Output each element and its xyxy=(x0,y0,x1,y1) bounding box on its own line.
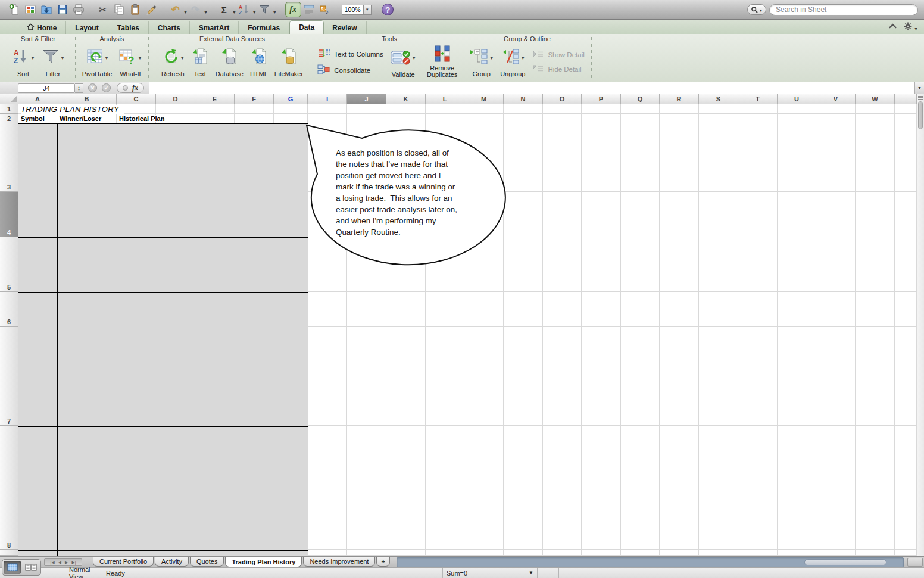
grid-cell[interactable] xyxy=(386,237,426,292)
grid-cell[interactable] xyxy=(582,192,621,237)
grid-cell[interactable] xyxy=(235,104,274,114)
grid-cell[interactable] xyxy=(464,426,504,550)
sheet-tab-quotes[interactable]: Quotes xyxy=(190,557,224,567)
grid-cell[interactable] xyxy=(816,327,856,426)
grid-cell[interactable] xyxy=(816,104,856,114)
grid-cell[interactable] xyxy=(738,104,778,114)
grid-cell[interactable] xyxy=(543,292,582,327)
grid-cell[interactable] xyxy=(347,104,386,114)
accept-entry-button[interactable]: ✓ xyxy=(102,83,111,92)
grid-cell[interactable] xyxy=(464,292,504,327)
ribbon-button-remove-duplicates[interactable]: Remove Duplicates xyxy=(420,44,465,80)
grid-cell[interactable] xyxy=(543,192,582,237)
grid-cell[interactable] xyxy=(426,426,464,550)
toolbar-paste-button[interactable] xyxy=(127,2,143,17)
grid-cell[interactable] xyxy=(621,114,660,123)
grid-cell[interactable] xyxy=(543,426,582,550)
ribbon-button-what-if[interactable]: ?▼What-If xyxy=(116,44,145,79)
column-header-e[interactable]: E xyxy=(195,94,235,104)
formula-input[interactable] xyxy=(149,82,914,94)
grid-cell[interactable] xyxy=(895,192,917,237)
cell-a1[interactable]: TRADING PLAN HISTORY xyxy=(21,105,124,114)
grid-cell[interactable] xyxy=(699,237,738,292)
toolbar-filter-button[interactable] xyxy=(257,2,273,17)
toolbar-autosum-button[interactable]: Σ xyxy=(216,2,232,17)
grid-cell[interactable] xyxy=(816,192,856,237)
row-header-8[interactable]: 8 xyxy=(0,426,18,550)
cell-historical-plan[interactable]: Historical Plan xyxy=(119,115,167,122)
toolbar-cut-button[interactable]: ✂ xyxy=(95,2,111,17)
grid-cell[interactable] xyxy=(308,104,347,114)
grid-cell[interactable] xyxy=(660,550,699,556)
column-header-d[interactable]: D xyxy=(156,94,195,104)
grid-cell[interactable] xyxy=(778,123,816,192)
grid-cell[interactable] xyxy=(738,114,778,123)
search-scope-button[interactable]: ▼ xyxy=(747,4,766,15)
ribbon-button-consolidate[interactable]: Consolidate xyxy=(317,64,383,76)
column-header-t[interactable]: T xyxy=(738,94,778,104)
row-header-5[interactable]: 5 xyxy=(0,237,18,292)
grid-cell[interactable] xyxy=(464,327,504,426)
grid-cell[interactable] xyxy=(621,104,660,114)
grid-cell[interactable] xyxy=(464,104,504,114)
grid-cell[interactable] xyxy=(347,327,386,426)
row-header-1[interactable]: 1 xyxy=(0,104,18,114)
grid-cell[interactable] xyxy=(699,292,738,327)
grid-cell[interactable] xyxy=(426,292,464,327)
grid-cell[interactable] xyxy=(738,237,778,292)
toolbar-print-button[interactable] xyxy=(70,2,86,17)
grid-cell[interactable] xyxy=(856,192,895,237)
grid-cell[interactable] xyxy=(386,426,426,550)
grid-cell[interactable] xyxy=(582,292,621,327)
name-box[interactable]: J4 xyxy=(18,83,75,93)
grid-cell[interactable] xyxy=(778,550,816,556)
toolbar-formula-bar-button[interactable] xyxy=(301,2,317,17)
grid-cell[interactable] xyxy=(699,327,738,426)
grid-cell[interactable] xyxy=(699,114,738,123)
toolbar-sort-az-button[interactable]: AZ xyxy=(236,2,252,17)
grid-cell[interactable] xyxy=(856,292,895,327)
grid-cell[interactable] xyxy=(504,104,543,114)
grid-cell[interactable] xyxy=(621,123,660,192)
toolbar-help-button[interactable]: ? xyxy=(380,2,396,17)
toolbar-save-button[interactable] xyxy=(54,2,70,17)
sheet-tab-needs-improvement[interactable]: Needs Improvement xyxy=(303,557,375,567)
select-all-corner[interactable] xyxy=(0,94,18,104)
grid-cell[interactable] xyxy=(156,104,195,114)
column-header-k[interactable]: K xyxy=(386,94,426,104)
grid-cell[interactable] xyxy=(504,426,543,550)
cell-winner-loser[interactable]: Winner/Loser xyxy=(60,115,104,122)
column-header-w[interactable]: W xyxy=(856,94,895,104)
ribbon-button-database[interactable]: Database xyxy=(213,44,246,79)
grid-cell[interactable] xyxy=(621,426,660,550)
grid-cell[interactable] xyxy=(347,237,386,292)
ribbon-button-filter[interactable]: ▼Filter xyxy=(39,44,68,79)
tab-formulas[interactable]: Formulas xyxy=(239,21,289,34)
ribbon-button-text[interactable]: Text xyxy=(188,44,212,79)
name-box-stepper[interactable]: ▲▼ xyxy=(75,83,83,93)
grid-cell[interactable] xyxy=(699,192,738,237)
toolbar-redo-button[interactable]: ↷ xyxy=(188,2,204,17)
grid-cell[interactable] xyxy=(582,123,621,192)
grid-cell[interactable] xyxy=(738,123,778,192)
ribbon-button-text-to-columns[interactable]: Text to Columns xyxy=(317,48,383,60)
grid-cell[interactable] xyxy=(738,292,778,327)
horizontal-scrollbar-thumb[interactable] xyxy=(804,559,886,565)
grid-cell[interactable] xyxy=(621,550,660,556)
last-sheet-icon[interactable]: ▶| xyxy=(71,560,76,564)
column-header-u[interactable]: U xyxy=(778,94,816,104)
grid-cell[interactable] xyxy=(543,123,582,192)
grid-cell[interactable] xyxy=(660,123,699,192)
grid-cell[interactable] xyxy=(582,114,621,123)
normal-view-button[interactable] xyxy=(4,561,21,574)
grid-cell[interactable] xyxy=(778,237,816,292)
grid-cell[interactable] xyxy=(582,237,621,292)
grid-cell[interactable] xyxy=(895,123,917,192)
grid-cell[interactable] xyxy=(347,114,386,123)
grid-cell[interactable] xyxy=(738,192,778,237)
grid-cell[interactable] xyxy=(582,426,621,550)
grid-cell[interactable] xyxy=(582,104,621,114)
ribbon-button-validate[interactable]: ▼Validate xyxy=(388,44,419,80)
grid-cell[interactable] xyxy=(274,104,308,114)
grid-cell[interactable] xyxy=(816,426,856,550)
